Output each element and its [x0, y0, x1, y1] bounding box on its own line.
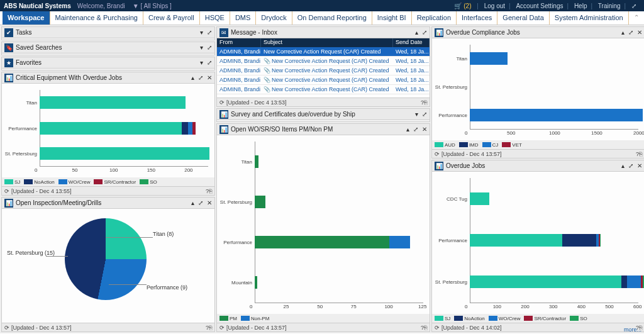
inbox-row[interactable]: ADMIN8, Brandi📎New Corrective Action Req…: [217, 66, 430, 75]
tab-generaldata[interactable]: General Data: [497, 11, 549, 25]
more-link[interactable]: more...: [624, 326, 641, 333]
widget-inbox: ✉Message - Inbox▴⤢ From Subject Send Dat…: [216, 26, 430, 107]
chart-icon: 📊: [435, 162, 443, 170]
inbox-row[interactable]: ADMIN8, Brandi📎New Corrective Action Req…: [217, 75, 430, 85]
chart-icon: 📊: [219, 125, 228, 134]
welcome-label: Welcome, Brandi: [77, 3, 125, 9]
tab-reporting[interactable]: On Demand Reporting: [292, 11, 372, 25]
maximize-icon[interactable]: ⤢: [207, 29, 212, 36]
inbox-row[interactable]: ADMIN8, Brandi📎New Corrective Action Req…: [217, 85, 430, 94]
chart-icon: 📊: [4, 199, 13, 208]
cart-link[interactable]: 🛒 (2): [454, 3, 471, 9]
logout-link[interactable]: Log out: [484, 3, 505, 9]
refresh-icon[interactable]: ⟳: [4, 188, 9, 194]
tab-insight[interactable]: Insight BI: [372, 11, 412, 25]
tab-drydock[interactable]: Drydock: [256, 11, 292, 25]
inbox-row[interactable]: ADMIN8, BrandiNew Corrective Action Requ…: [217, 47, 430, 57]
widget-compliance: 📊Overdue Compliance Jobs▴⤢✕ 050010001500…: [431, 26, 644, 159]
help-link[interactable]: Help: [574, 3, 587, 9]
widget-critical-equipment: 📊Critical Equipment With Overdue Jobs▴⤢✕…: [1, 72, 215, 196]
tabs-overflow-icon[interactable]: ⌃: [629, 11, 644, 25]
link-icon[interactable]: ⎘: [209, 188, 212, 194]
chart-icon: 📊: [435, 28, 443, 37]
widget-open-wo: 📊Open WO/SR/SO Items PM/Non PM▴⤢✕ 025507…: [216, 123, 430, 332]
tab-hsqe[interactable]: HSQE: [200, 11, 230, 25]
chart-icon: 📊: [219, 110, 228, 119]
tab-dms[interactable]: DMS: [230, 11, 256, 25]
expand-icon[interactable]: ▾: [200, 29, 203, 36]
widget-survey: 📊Survey and Certificates due/overdue by …: [216, 108, 430, 122]
account-settings-link[interactable]: Account Settings: [516, 3, 563, 9]
top-bar: ABS Nautical Systems Welcome, Brandi ▼ […: [0, 0, 644, 11]
widget-overdue-jobs: 📊Overdue Jobs▴⤢✕ 0100200300400500600CDC …: [431, 160, 644, 332]
tab-interfaces[interactable]: Interfaces: [457, 11, 497, 25]
bookmark-icon: 🔖: [4, 43, 13, 52]
chart-icon: 📊: [4, 74, 13, 82]
tab-maintenance[interactable]: Maintenance & Purchasing: [50, 11, 143, 25]
main-tabs: Workspace Maintenance & Purchasing Crew …: [0, 11, 644, 25]
inbox-row[interactable]: ADMIN8, Brandi📎New Corrective Action Req…: [217, 57, 430, 66]
mail-icon: ✉: [219, 28, 228, 37]
widget-tasks: ✔Tasks▾⤢: [1, 26, 215, 40]
close-icon[interactable]: ✕: [207, 74, 212, 81]
widget-saved-searches: 🔖Saved Searches▾⤢: [1, 42, 215, 55]
star-icon: ★: [4, 58, 13, 67]
widget-open-inspection: 📊Open Inspection/Meeting/Drills▴⤢✕ Titan…: [1, 197, 215, 332]
tasks-icon: ✔: [4, 28, 13, 37]
tab-sysadmin[interactable]: System Administration: [550, 11, 629, 25]
fullscreen-icon[interactable]: ⤢: [631, 3, 636, 9]
training-link[interactable]: Training: [598, 3, 621, 9]
tab-workspace[interactable]: Workspace: [3, 11, 50, 25]
widget-favorites: ★Favorites▾⤢: [1, 57, 215, 70]
tab-replication[interactable]: Replication: [412, 11, 457, 25]
brand-label: ABS Nautical Systems: [4, 3, 71, 9]
tab-crew[interactable]: Crew & Payroll: [143, 11, 200, 25]
ship-filter[interactable]: ▼ [ All Ships ]: [133, 3, 172, 9]
